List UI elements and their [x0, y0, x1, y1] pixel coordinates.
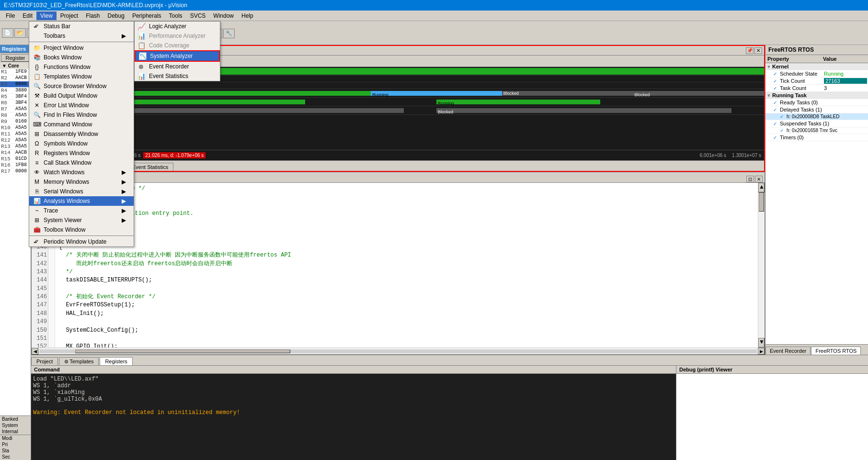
- sa-icon: 📉: [138, 52, 147, 60]
- dd-call-stack[interactable]: ≡Call Stack Window: [29, 158, 134, 168]
- chart-bar-blocked1: Blocked: [502, 91, 633, 96]
- center-main: System Analyzer 📌 ✕ 🔍 🔍 ⊡ 🏁 ◀ ▶ | | ↔ ⊡: [31, 45, 868, 460]
- menu-peripherals[interactable]: Peripherals: [128, 11, 165, 20]
- dd-toolbox[interactable]: 🧰Toolbox Window: [29, 225, 134, 235]
- code-content-area: 1331341351361371381391401411421431441451…: [32, 183, 765, 348]
- toolbars-arrow: ▶: [122, 33, 126, 39]
- cmd-line-1: Load "LED\\LED.axf": [33, 376, 674, 382]
- cmd-line-2: WS 1, `addr: [33, 382, 674, 389]
- menu-debug[interactable]: Debug: [104, 11, 128, 20]
- window-controls: 📌 ✕: [746, 47, 762, 54]
- sm-code-coverage[interactable]: 📋Code Coverage: [135, 41, 220, 50]
- bottom-tab-project[interactable]: Project: [31, 357, 58, 365]
- rtos-col-property: Property: [767, 56, 823, 62]
- dd-error-list[interactable]: ✕Error List Window: [29, 101, 134, 110]
- win-pin[interactable]: 📌: [746, 47, 754, 54]
- menu-svcs[interactable]: SVCS: [186, 11, 210, 20]
- sta-section: Sta: [0, 448, 31, 454]
- hscroll-thumb[interactable]: [75, 349, 290, 353]
- bottom-tab-templates[interactable]: ⚙Templates: [59, 357, 99, 365]
- dd-symbols[interactable]: ΩSymbols Window: [29, 139, 134, 148]
- dd-registers-window[interactable]: RRegisters Window: [29, 148, 134, 158]
- tb-new[interactable]: 📄: [2, 28, 13, 38]
- hscroll-left[interactable]: ◀: [32, 348, 38, 355]
- rtos-runningtask-row: ▼ Running Task: [765, 92, 868, 99]
- dd-command-window[interactable]: ⌨Command Window: [29, 120, 134, 129]
- dd-watch-windows[interactable]: 👁Watch Windows ▶: [29, 168, 134, 177]
- menu-tools[interactable]: Tools: [165, 11, 186, 20]
- rtos-taskled-row: ✓ h: 0x200008D8 TaskLED: [765, 113, 868, 120]
- chart-bar-running2: Running: [109, 100, 305, 104]
- reg-row-r6: R63BF4: [0, 100, 31, 106]
- sm-performance-analyzer[interactable]: 📊Performance Analyzer: [135, 31, 220, 41]
- dd-trace[interactable]: ~Trace ▶: [29, 206, 134, 215]
- dd-serial-windows[interactable]: ⎘Serial Windows ▶: [29, 187, 134, 196]
- dd-system-viewer[interactable]: ⊞System Viewer ▶: [29, 215, 134, 225]
- reg-row-r1: R11FE9: [0, 69, 31, 75]
- scroll-down-btn[interactable]: ▼: [758, 338, 765, 348]
- tb-open[interactable]: 📂: [14, 28, 26, 38]
- menu-flash[interactable]: Flash: [82, 11, 103, 20]
- dd-build-output[interactable]: ⚒Build Output Window: [29, 91, 134, 101]
- code-text[interactable]: /* USER CODE END 0 */ /** * @brief The a…: [55, 183, 758, 348]
- menu-help[interactable]: Help: [238, 11, 257, 20]
- menu-view[interactable]: View: [36, 11, 57, 20]
- code-vscrollbar[interactable]: ▲ ▼: [758, 183, 765, 348]
- bottom-tab-registers[interactable]: Registers: [100, 357, 132, 365]
- memory-icon: M: [33, 179, 41, 185]
- command-title: Command: [31, 366, 676, 374]
- dd-source-browser[interactable]: 🔍Source Browser Window: [29, 81, 134, 91]
- trace-icon: ~: [33, 207, 41, 214]
- chart-bar-blocked3: Blocked: [109, 108, 404, 113]
- analyzer-tabs: Disassembly System Analyzer Event Statis…: [32, 160, 764, 171]
- cc-icon: 📋: [137, 42, 146, 49]
- dd-project-window[interactable]: 📁Project Window: [29, 43, 134, 53]
- rtos-tab-recorder[interactable]: Event Recorder: [765, 347, 811, 355]
- dd-memory-windows[interactable]: MMemory Windows ▶: [29, 177, 134, 187]
- dd-templates-window[interactable]: 📋Templates Window: [29, 72, 134, 81]
- code-float[interactable]: ⊡: [746, 176, 754, 182]
- menu-project[interactable]: Project: [57, 11, 82, 20]
- debug-content[interactable]: [676, 374, 868, 460]
- scroll-thumb[interactable]: [759, 192, 764, 212]
- templates-icon: ⚙: [64, 359, 69, 364]
- menu-file[interactable]: File: [2, 11, 19, 20]
- hscroll-track[interactable]: [39, 349, 757, 353]
- code-hscrollbar[interactable]: ◀ ▶: [32, 348, 765, 354]
- la-icon: 📈: [137, 22, 146, 30]
- sm-system-analyzer[interactable]: 📉System Analyzer: [135, 50, 220, 62]
- hscroll-right[interactable]: ▶: [758, 348, 765, 355]
- sm-event-statistics[interactable]: 📊Event Statistics: [135, 71, 220, 81]
- dd-periodic-update[interactable]: ✓Periodic Window Update: [29, 237, 134, 247]
- dd-div2: [29, 236, 134, 236]
- chart-bar-blocked1b: Blocked: [633, 91, 764, 96]
- functions-icon: {}: [33, 64, 41, 70]
- reg-row-r14: R14AACB: [0, 150, 31, 156]
- chart-row-te3: Blocked Blocked: [109, 106, 764, 115]
- register-btn[interactable]: Register: [1, 54, 30, 62]
- dd-status-bar[interactable]: ✓Status Bar: [29, 22, 134, 31]
- dd-books-window[interactable]: 📚Books Window: [29, 53, 134, 62]
- dd-toolbars[interactable]: Toolbars ▶: [29, 31, 134, 41]
- reg-row-r9: R90160: [0, 119, 31, 125]
- menu-edit[interactable]: Edit: [19, 11, 36, 20]
- dd-analysis-windows[interactable]: 📊Analysis Windows ▶: [29, 196, 134, 206]
- menu-window[interactable]: Window: [209, 11, 238, 20]
- code-close[interactable]: ✕: [755, 176, 763, 182]
- tb2-5[interactable]: 🔧: [223, 29, 235, 38]
- dd-find-files[interactable]: 🔍Find In Files Window: [29, 110, 134, 120]
- dd-functions-window[interactable]: {}Functions Window: [29, 62, 134, 72]
- chart-row-te1: Running Running Blocked Blocked: [109, 89, 764, 98]
- reg-row-r12: R12A5A5: [0, 137, 31, 144]
- rtos-tabs: Event Recorder FreeRTOS RTOS: [765, 344, 868, 355]
- rtos-tab-freertos[interactable]: FreeRTOS RTOS: [811, 347, 861, 355]
- command-content[interactable]: Load "LED\\LED.axf" WS 1, `addr WS 1, `x…: [31, 374, 676, 460]
- scroll-up-btn[interactable]: ▲: [758, 183, 765, 192]
- dd-div1: [29, 42, 134, 42]
- win-close[interactable]: ✕: [754, 47, 762, 54]
- reg-row-r4: R43880: [0, 88, 31, 94]
- sm-logic-analyzer[interactable]: 📈Logic Analyzer: [135, 22, 220, 31]
- sm-event-recorder[interactable]: ⏺Event Recorder: [135, 62, 220, 71]
- time-axis: Grid: 1e+06 s 21.026 ms, d: -1.079e+06 s…: [109, 150, 764, 160]
- dd-disassembly[interactable]: ⊞Disassembly Window: [29, 129, 134, 139]
